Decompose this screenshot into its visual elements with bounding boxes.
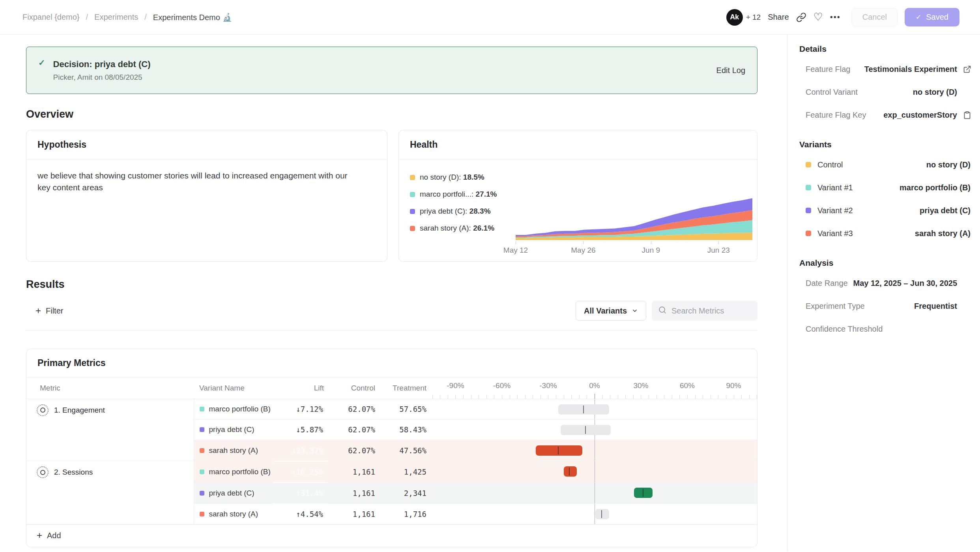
decision-check-icon: ✓: [38, 58, 45, 68]
saved-button[interactable]: ✓ Saved: [905, 8, 959, 26]
favorite-heart-icon[interactable]: ♡: [814, 12, 823, 23]
details-row-value[interactable]: Testimonials Experiment: [864, 65, 957, 74]
health-title: Health: [410, 139, 438, 150]
topbar-actions: Ak + 12 Share ♡ ••• Cancel ✓ Saved: [726, 8, 959, 26]
add-filter-button[interactable]: + Filter: [36, 306, 63, 315]
ci-axis-ruler-tick: [510, 395, 510, 399]
variants-heading: Variants: [799, 140, 971, 149]
overview-cards: Hypothesis we believe that showing custo…: [26, 130, 757, 262]
cancel-button[interactable]: Cancel: [852, 8, 898, 26]
confidence-interval-bar: [595, 509, 609, 519]
ci-axis-ruler-tick: [564, 395, 564, 399]
lift-point-tick: [643, 489, 643, 497]
avatar-overflow-count[interactable]: + 12: [746, 13, 761, 22]
metric-name: 2. Sessions: [54, 468, 93, 477]
control-value-cell: 62.07%: [328, 399, 379, 419]
treatment-value-cell: 2,341: [379, 483, 430, 504]
variant-color-swatch: [410, 226, 415, 231]
breadcrumb-experiments[interactable]: Experiments: [94, 13, 138, 22]
health-legend-label: marco portfoli...: 27.1%: [420, 190, 497, 199]
x-axis-label: Jun 23: [707, 246, 730, 255]
variant-name-label: sarah story (A): [209, 446, 258, 455]
lift-value: ↑4.54%: [296, 510, 328, 518]
treatment-value-cell: 57.65%: [379, 399, 430, 419]
metrics-header-row: Metric Variant Name Lift Control Treatme…: [26, 377, 757, 399]
variant-color-swatch: [806, 208, 811, 213]
breadcrumb-project[interactable]: Fixpanel {demo}: [22, 13, 80, 22]
health-legend-item: marco portfoli...: 27.1%: [410, 190, 513, 199]
ci-axis-ruler-tick: [448, 395, 448, 399]
variant-row-label: Variant #1: [817, 183, 853, 192]
variant-color-swatch: [410, 209, 415, 214]
results-toolbar: + Filter All Variants: [26, 301, 757, 330]
ci-axis-tick-label: 0%: [589, 381, 600, 390]
metric-cell: 1. Engagement: [26, 399, 194, 461]
control-value-cell: 62.07%: [328, 419, 379, 440]
details-sidebar: Details Feature FlagTestimonials Experim…: [787, 35, 980, 552]
main: ✓ Decision: priya debt (C) Picker, Amit …: [0, 35, 980, 552]
treatment-value-cell: 1,716: [379, 504, 430, 524]
ci-axis-ruler-tick: [741, 395, 742, 399]
ci-axis-ruler-tick: [703, 395, 703, 399]
variants-dropdown-label: All Variants: [584, 306, 627, 315]
health-legend-item: sarah story (A): 26.1%: [410, 224, 513, 233]
variants-dropdown[interactable]: All Variants: [576, 301, 646, 321]
avatar[interactable]: Ak: [726, 9, 743, 26]
share-button[interactable]: Share: [768, 13, 789, 22]
ci-axis-ruler-tick: [610, 395, 610, 399]
health-chart: May 12May 26Jun 9Jun 23: [516, 173, 752, 262]
ci-axis-ruler-tick: [587, 395, 587, 399]
lift-value-badge: ↓16.25%: [273, 462, 328, 482]
add-metric-button[interactable]: + Add: [37, 531, 61, 540]
clipboard-icon[interactable]: [957, 111, 971, 119]
col-variant-name: Variant Name: [194, 377, 273, 399]
filter-label: Filter: [46, 306, 63, 315]
primary-metrics-title: Primary Metrics: [37, 358, 106, 368]
lift-point-tick: [569, 468, 570, 475]
ci-axis-ruler-tick: [540, 395, 541, 399]
variants-section: Variants Controlno story (D)Variant #1ma…: [795, 140, 971, 245]
analysis-row: Date RangeMay 12, 2025 – Jun 30, 2025: [795, 272, 971, 295]
ci-axis-tick-label: 90%: [726, 381, 741, 390]
health-legend-item: priya debt (C): 28.3%: [410, 207, 513, 216]
control-value-cell: 62.07%: [328, 440, 379, 461]
ci-axis-ruler-tick: [625, 395, 626, 399]
decision-text: Decision: priya debt (C) Picker, Amit on…: [53, 59, 151, 82]
details-row-label: Control Variant: [806, 88, 858, 97]
health-legend-label: no story (D): 18.5%: [420, 173, 484, 182]
variant-color-swatch: [200, 491, 204, 496]
ci-axis-ruler-tick: [455, 395, 456, 399]
details-row-label: Feature Flag: [806, 65, 850, 74]
metric-link[interactable]: 1. Engagement: [37, 404, 194, 416]
ci-axis-ruler-tick: [486, 395, 487, 399]
topbar: Fixpanel {demo} / Experiments / Experime…: [0, 0, 980, 35]
copy-link-icon[interactable]: [796, 12, 806, 23]
details-row: Feature Flag Keyexp_customerStory: [795, 103, 971, 126]
health-card: Health no story (D): 18.5%marco portfoli…: [398, 130, 757, 262]
variant-name: priya debt (C): [194, 425, 273, 434]
ci-zero-line: [595, 440, 595, 461]
more-options-icon[interactable]: •••: [830, 13, 841, 22]
variant-row-value: marco portfolio (B): [900, 183, 971, 192]
hypothesis-title: Hypothesis: [37, 139, 86, 150]
metric-cell: 2. Sessions: [26, 461, 194, 524]
health-chart-x-axis: May 12May 26Jun 9Jun 23: [516, 241, 752, 256]
ci-zero-line: [595, 483, 595, 503]
edit-log-button[interactable]: Edit Log: [716, 66, 745, 75]
lift-cell: ↓23.37%: [273, 440, 328, 461]
details-heading: Details: [799, 44, 971, 54]
ci-axis-ruler-tick: [672, 395, 672, 399]
ci-axis-ruler-tick: [664, 395, 664, 399]
primary-metrics-card: Primary Metrics Metric Variant Name Lift…: [26, 349, 757, 547]
search-metrics-input[interactable]: [671, 306, 751, 315]
lift-point-tick: [558, 447, 559, 454]
variant-name: marco portfolio (B): [194, 468, 273, 476]
variant-color-swatch: [806, 185, 811, 190]
col-metric: Metric: [26, 377, 194, 399]
variant-name-label: priya debt (C): [209, 425, 254, 434]
primary-metrics-table: Metric Variant Name Lift Control Treatme…: [26, 377, 757, 524]
external-link-icon[interactable]: [957, 65, 971, 73]
metric-link[interactable]: 2. Sessions: [37, 466, 194, 478]
variant-color-swatch: [200, 512, 204, 516]
ci-axis-ruler-tick: [502, 395, 502, 399]
